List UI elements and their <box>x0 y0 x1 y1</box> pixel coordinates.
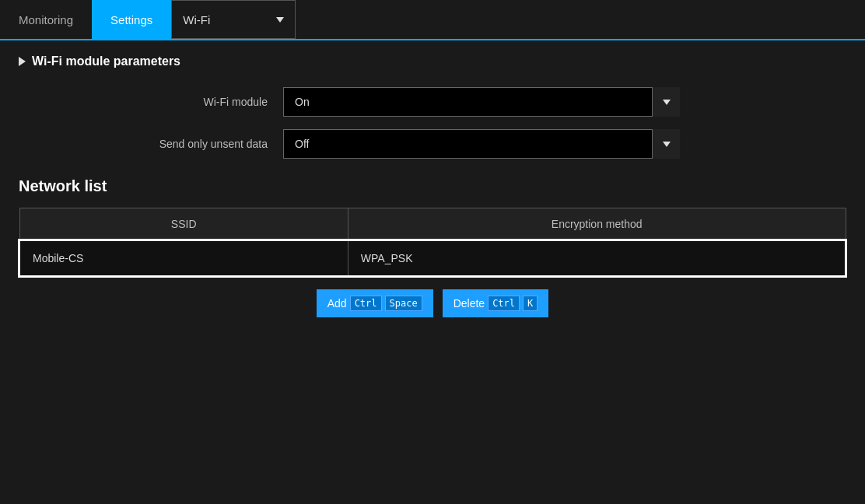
wifi-module-label: Wi-Fi module <box>19 96 283 108</box>
tab-monitoring[interactable]: Monitoring <box>0 0 92 39</box>
wifi-module-row: Wi-Fi module On Off <box>19 87 846 117</box>
cell-encryption: WPA_PSK <box>348 240 846 276</box>
send-only-unsent-row: Send only unsent data Off On <box>19 129 846 159</box>
col-encryption: Encryption method <box>348 208 846 241</box>
send-only-unsent-select-wrapper: Off On <box>283 129 680 159</box>
tab-settings[interactable]: Settings <box>92 0 171 39</box>
add-shortcut1: Ctrl <box>350 296 382 311</box>
add-shortcut2: Space <box>385 296 422 311</box>
wifi-module-select-wrapper: On Off <box>283 87 680 117</box>
add-button[interactable]: Add Ctrl Space <box>317 289 433 317</box>
tab-wifi-label: Wi-Fi <box>183 13 270 26</box>
wifi-module-select[interactable]: On Off <box>283 87 680 117</box>
form-section: Wi-Fi module On Off Send only unsent dat… <box>19 87 846 159</box>
tab-wifi-dropdown[interactable]: Wi-Fi <box>171 0 296 39</box>
send-only-unsent-select[interactable]: Off On <box>283 129 680 159</box>
section-header: Wi-Fi module parameters <box>19 54 846 68</box>
table-row[interactable]: Mobile-CSWPA_PSK <box>19 240 846 276</box>
delete-button[interactable]: Delete Ctrl K <box>443 289 549 317</box>
col-ssid: SSID <box>19 208 348 241</box>
network-list-section: Network list SSID Encryption method Mobi… <box>19 177 846 317</box>
network-table: SSID Encryption method Mobile-CSWPA_PSK <box>19 208 846 277</box>
chevron-down-icon <box>276 17 284 23</box>
buttons-row: Add Ctrl Space Delete Ctrl K <box>19 289 846 317</box>
network-list-title: Network list <box>19 177 846 195</box>
cell-ssid: Mobile-CS <box>19 240 348 276</box>
delete-label: Delete <box>454 297 485 310</box>
tab-bar: Monitoring Settings Wi-Fi <box>0 0 865 40</box>
table-header-row: SSID Encryption method <box>19 208 846 241</box>
content-area: Wi-Fi module parameters Wi-Fi module On … <box>0 40 865 331</box>
section-title: Wi-Fi module parameters <box>32 54 180 68</box>
collapse-icon <box>19 57 26 66</box>
send-only-unsent-label: Send only unsent data <box>19 138 283 150</box>
delete-shortcut1: Ctrl <box>488 296 520 311</box>
delete-shortcut2: K <box>523 296 538 311</box>
add-label: Add <box>327 297 347 310</box>
